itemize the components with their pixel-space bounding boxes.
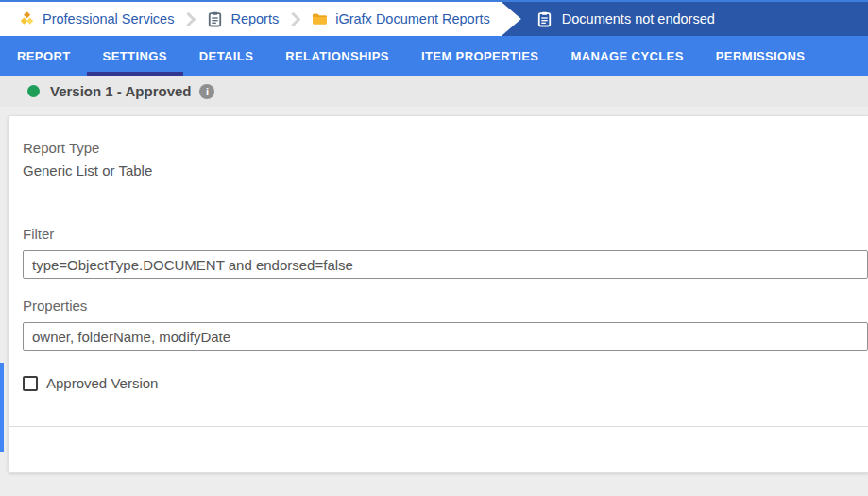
approved-version-row: Approved Version [23, 375, 868, 391]
report-clipboard-icon [536, 11, 553, 27]
report-clipboard-icon [207, 11, 223, 27]
breadcrumb-current-item: Documents not endorsed [521, 2, 868, 36]
status-dot-icon [27, 85, 40, 97]
breadcrumb-item-igrafx-document-reports[interactable]: iGrafx Document Reports [312, 11, 490, 27]
tab-report[interactable]: REPORT [1, 36, 87, 76]
breadcrumb: Professional Services Reports iGrafx Doc… [0, 0, 868, 36]
filter-label: Filter [23, 226, 868, 243]
chevron-right-icon [181, 11, 196, 26]
chevron-right-icon [286, 11, 301, 26]
tab-permissions[interactable]: PERMISSIONS [700, 36, 822, 76]
breadcrumb-current-label: Documents not endorsed [562, 11, 715, 26]
properties-label: Properties [23, 298, 868, 315]
section-divider [9, 426, 868, 427]
tab-item-properties[interactable]: ITEM PROPERTIES [405, 36, 554, 76]
folder-icon [312, 11, 328, 27]
breadcrumb-trail: Professional Services Reports iGrafx Doc… [0, 2, 502, 36]
filter-input[interactable] [23, 250, 868, 279]
approved-version-label[interactable]: Approved Version [46, 375, 158, 391]
breadcrumb-item-professional-services[interactable]: Professional Services [19, 11, 174, 27]
tab-bar: REPORT SETTINGS DETAILS RELATIONSHIPS IT… [0, 36, 868, 76]
tab-settings[interactable]: SETTINGS [87, 36, 183, 76]
tab-details[interactable]: DETAILS [183, 36, 269, 76]
settings-panel: Report Type Generic List or Table Filter… [8, 115, 868, 473]
report-type-label: Report Type [23, 140, 868, 157]
version-status-label: Version 1 - Approved [50, 83, 191, 99]
tab-manage-cycles[interactable]: MANAGE CYCLES [554, 36, 699, 76]
version-status-bar: Version 1 - Approved i [0, 76, 868, 107]
tab-relationships[interactable]: RELATIONSHIPS [269, 36, 405, 76]
workspace-cubes-icon [19, 11, 35, 27]
breadcrumb-item-reports[interactable]: Reports [207, 11, 279, 27]
approved-version-checkbox[interactable] [23, 376, 38, 391]
breadcrumb-item-label: Professional Services [43, 11, 174, 26]
breadcrumb-arrow-separator [502, 2, 521, 36]
properties-input[interactable] [23, 322, 868, 351]
report-type-value: Generic List or Table [23, 162, 868, 180]
left-scrollbar-thumb[interactable] [0, 363, 4, 452]
breadcrumb-item-label: iGrafx Document Reports [335, 11, 490, 26]
breadcrumb-item-label: Reports [230, 11, 279, 26]
info-icon[interactable]: i [199, 84, 214, 99]
